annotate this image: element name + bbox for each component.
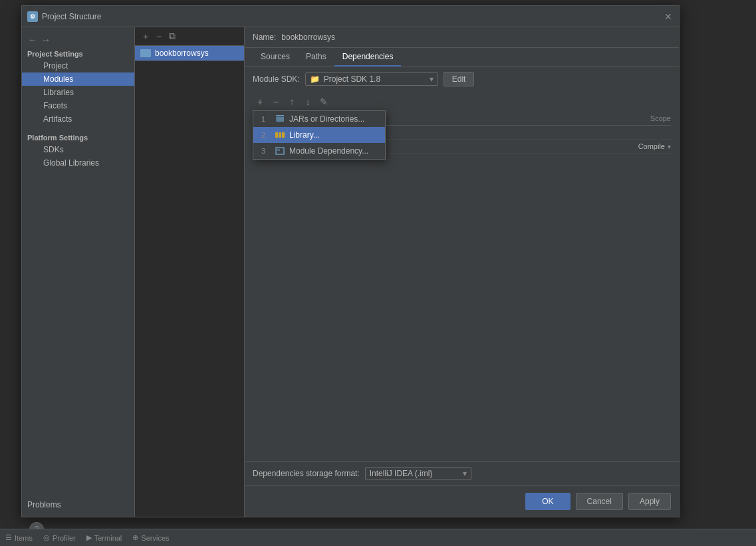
dialog-body: ← → Project Settings Project Modules Lib…: [22, 27, 679, 517]
project-settings-section: Project Settings: [22, 47, 134, 59]
platform-settings-section: Platform Settings: [22, 131, 134, 143]
module-item-bookborrowsys[interactable]: bookborrowsys: [135, 46, 244, 61]
add-dep-dropdown: 1 JARs or Directories... 2: [253, 110, 386, 160]
library-icon: [275, 131, 285, 139]
sidebar-item-artifacts[interactable]: Artifacts: [22, 112, 134, 126]
sdk-select[interactable]: 📁 Project SDK 1.8 ▾: [305, 72, 438, 86]
remove-dep-button[interactable]: −: [269, 94, 283, 109]
dropdown-item-jars[interactable]: 1 JARs or Directories...: [253, 111, 385, 127]
tabs-bar: Sources Paths Dependencies: [245, 48, 679, 67]
scope-dropdown-arrow: ▾: [668, 143, 671, 150]
dep-table: 1.8 (version 1.8.0_191) ✓: [245, 126, 679, 461]
sdk-row: Module SDK: 📁 Project SDK 1.8 ▾ Edit: [245, 67, 679, 92]
project-structure-dialog: ⚙ Project Structure ✕ ← → Project Settin…: [21, 5, 680, 517]
sidebar-item-problems[interactable]: Problems: [22, 498, 134, 511]
jars-icon: [275, 115, 285, 123]
dep-toolbar: + − ↑ ↓ ✎ 1: [245, 92, 679, 112]
add-dep-button[interactable]: +: [253, 94, 267, 109]
svg-rect-7: [277, 149, 280, 151]
dialog-icon: ⚙: [27, 11, 38, 22]
taskbar-services[interactable]: ⊕ Services: [132, 533, 169, 542]
dropdown-item-library[interactable]: 2 Library...: [253, 127, 385, 143]
module-list-area: + − ⧉ bookborrowsys: [135, 27, 245, 517]
dialog-title: Project Structure: [42, 12, 663, 21]
sidebar-item-libraries[interactable]: Libraries: [22, 86, 134, 99]
dep-scope-lib[interactable]: Compile ▾: [604, 142, 671, 150]
module-sdk-label: Module SDK:: [253, 74, 300, 84]
storage-label: Dependencies storage format:: [253, 469, 360, 478]
module-folder-icon: [140, 49, 151, 57]
tab-dependencies[interactable]: Dependencies: [334, 48, 402, 67]
taskbar-profiler[interactable]: ◎ Profiler: [43, 533, 76, 542]
module-list-toolbar: + − ⧉: [135, 27, 244, 46]
svg-rect-2: [276, 117, 277, 122]
taskbar-items[interactable]: ☰ Items: [5, 533, 33, 542]
sdk-dropdown-arrow: ▾: [430, 74, 434, 84]
name-row: Name: bookborrowsys: [245, 27, 679, 48]
svg-rect-4: [279, 132, 281, 138]
sdk-edit-button[interactable]: Edit: [443, 72, 475, 86]
module-dep-icon: [275, 147, 285, 155]
sidebar-item-global-libraries[interactable]: Global Libraries: [22, 156, 134, 170]
name-label: Name:: [253, 33, 276, 42]
cancel-button[interactable]: Cancel: [576, 493, 623, 510]
close-button[interactable]: ✕: [663, 11, 674, 22]
add-module-button[interactable]: +: [139, 30, 152, 43]
forward-button[interactable]: →: [41, 35, 51, 45]
name-value: bookborrowsys: [281, 33, 335, 42]
services-icon: ⊕: [132, 533, 138, 542]
title-bar: ⚙ Project Structure ✕: [22, 6, 679, 27]
edit-dep-button[interactable]: ✎: [316, 94, 331, 109]
sidebar-nav-row: ← →: [22, 33, 134, 47]
copy-module-button[interactable]: ⧉: [166, 30, 179, 43]
svg-rect-3: [275, 132, 278, 138]
taskbar-terminal[interactable]: ▶ Terminal: [86, 533, 122, 542]
ok-button[interactable]: OK: [525, 493, 570, 510]
back-button[interactable]: ←: [27, 35, 38, 45]
sidebar: ← → Project Settings Project Modules Lib…: [22, 27, 135, 517]
main-content: Name: bookborrowsys Sources Paths Depend…: [245, 27, 679, 517]
move-dep-down-button[interactable]: ↓: [301, 94, 315, 109]
svg-rect-0: [276, 115, 284, 116]
sidebar-item-facets[interactable]: Facets: [22, 99, 134, 112]
items-icon: ☰: [5, 533, 12, 542]
dropdown-item-module-dep[interactable]: 3 Module Dependency...: [253, 143, 385, 159]
move-dep-up-button[interactable]: ↑: [285, 94, 299, 109]
taskbar: ☰ Items ◎ Profiler ▶ Terminal ⊕ Services: [0, 529, 756, 546]
profiler-icon: ◎: [43, 533, 50, 542]
terminal-icon: ▶: [86, 533, 92, 542]
tab-sources[interactable]: Sources: [253, 48, 298, 67]
dep-header-scope: Scope: [604, 114, 671, 122]
apply-button[interactable]: Apply: [628, 493, 671, 510]
sidebar-item-modules[interactable]: Modules: [22, 72, 134, 86]
storage-row: Dependencies storage format: IntelliJ ID…: [245, 461, 679, 485]
dialog-footer: OK Cancel Apply: [245, 485, 679, 517]
tab-paths[interactable]: Paths: [298, 48, 334, 67]
sidebar-item-sdks[interactable]: SDKs: [22, 143, 134, 156]
remove-module-button[interactable]: −: [152, 30, 166, 43]
sidebar-item-project[interactable]: Project: [22, 59, 134, 72]
storage-dropdown-arrow: ▾: [463, 469, 467, 478]
storage-select[interactable]: IntelliJ IDEA (.iml) ▾: [365, 467, 471, 480]
svg-rect-5: [282, 132, 285, 138]
